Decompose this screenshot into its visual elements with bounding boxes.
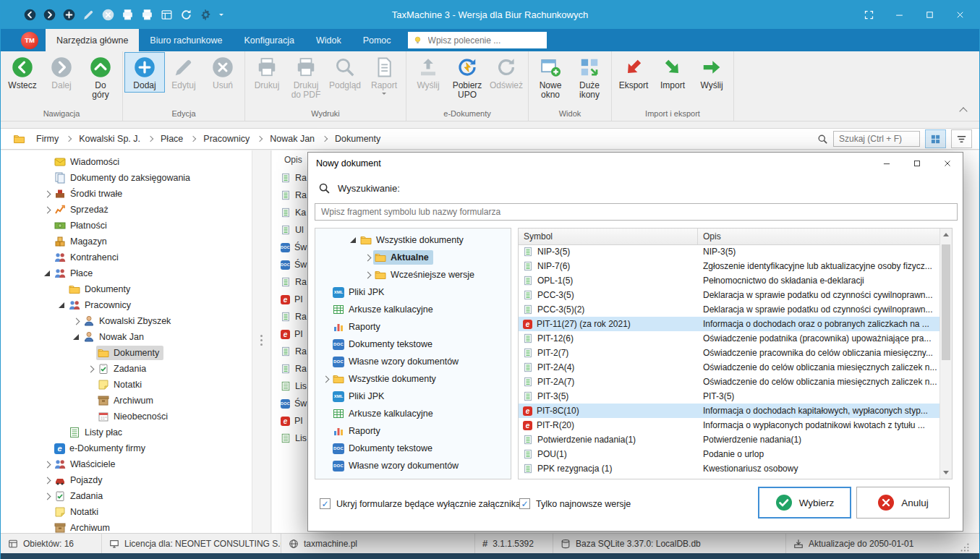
chevron-right-icon[interactable] [364,271,371,278]
sidebar-item-pojazdy[interactable]: Pojazdy [1,472,252,488]
print-icon[interactable] [122,9,134,21]
wyslij-button[interactable]: Wyślij [692,53,731,92]
drukuj-button[interactable]: Drukuj [247,53,286,92]
table-row[interactable]: PIT-12(6)Oświadczenie podatnika (pracown… [519,331,939,346]
maximize-button[interactable] [914,0,945,29]
tree-item-wlasne-wzory-2[interactable]: DOCWłasne wzory dokumentów [315,457,511,474]
dialog-close-button[interactable] [932,153,963,174]
filter-sort-button[interactable] [951,129,972,148]
chevron-right-icon[interactable] [87,365,94,372]
minimize-button[interactable] [884,0,914,29]
sidebar-item-dokumenty-selected[interactable]: Dokumenty [1,345,252,361]
tab-narzedzia-glowne[interactable]: Narzędzia główne [46,29,139,51]
edytuj-button[interactable]: Edytuj [164,53,203,92]
eksport-button[interactable]: Eksport [614,53,653,92]
dalej-button[interactable]: Dalej [42,53,81,92]
table-row[interactable]: NIP-3(5)NIP-3(5) [519,244,939,259]
chevron-expanded-icon[interactable] [44,270,50,276]
sidebar-item-wlasciciele[interactable]: Właściciele [1,456,252,472]
pobierz-upo-button[interactable]: Pobierz UPO [448,53,487,102]
tree-item-arkusze[interactable]: Arkusze kalkulacyjne [315,301,511,318]
sidebar-item-notatki[interactable]: Notatki [1,377,252,393]
table-row[interactable]: PCC-3(5)(2)Deklaracja w sprawie podatku … [519,302,939,317]
preview-icon[interactable] [161,9,173,21]
chevron-expanded-icon[interactable] [59,302,64,308]
settings-dropdown-caret[interactable] [219,14,223,18]
sidebar-item-zadania[interactable]: Zadania [1,361,252,377]
grid-view-button[interactable] [925,129,946,148]
status-website[interactable]: taxmachine.pl [281,534,475,553]
tree-item-wlasne-wzory[interactable]: DOCWłasne wzory dokumentów [315,353,511,370]
delete-icon[interactable] [102,9,114,21]
close-button[interactable] [945,0,975,29]
tree-item-pliki-jpk[interactable]: XMLPliki JPK [315,283,511,301]
sidebar-item-archiwum[interactable]: Archiwum [1,393,252,409]
settings-gear-icon[interactable] [200,9,212,21]
odswiez-button[interactable]: Odśwież [487,53,526,92]
chevron-right-icon[interactable] [322,375,329,383]
sidebar-item-listy-plac[interactable]: Listy płac [1,424,252,440]
chevron-right-icon[interactable] [364,254,371,261]
chevron-right-icon[interactable] [43,206,51,213]
tree-item-wczesniejsze-wersje[interactable]: Wcześniejsze wersje [315,266,511,283]
tree-item-dok-tekstowe-2[interactable]: DOCDokumenty tekstowe [315,440,511,457]
sidebar-item-nieobecnosci[interactable]: Nieobecności [1,409,252,424]
tree-item-raporty-2[interactable]: Raporty [315,422,511,440]
sidebar-item-kowalski-zbyszek[interactable]: Kowalski Zbyszek [1,313,252,329]
search-input[interactable] [838,133,916,145]
crumb-nowak-jan[interactable]: Nowak Jan [270,134,315,144]
table-scrollbar[interactable] [939,229,952,479]
sidebar-item-dokumenty[interactable]: Dokumenty [1,281,252,297]
table-row[interactable]: PIT-2A(4)Oświadczenie do celów obliczani… [519,360,939,375]
table-row[interactable]: Potwierdzenie nadania(1)Potwierdzenie na… [519,432,939,447]
sidebar-item-srodki-trwale[interactable]: Środki trwałe [1,186,252,202]
tab-konfiguracja[interactable]: Konfiguracja [233,29,305,51]
scroll-up-icon[interactable] [940,229,952,241]
crumb-dokumenty[interactable]: Dokumenty [335,134,380,144]
tab-biuro-rachunkowe[interactable]: Biuro rachunkowe [139,29,233,51]
option-latest-versions[interactable]: ✓ Tylko najnowsze wersje [519,498,631,509]
chevron-expanded-icon[interactable] [73,334,79,340]
edit-icon[interactable] [82,9,95,21]
anuluj-button[interactable]: Anuluj [856,487,950,519]
sidebar-item-sprzedaz[interactable]: Sprzedaż [1,202,252,218]
nowe-okno-button[interactable]: Nowe okno [531,53,570,102]
crumb-place[interactable]: Płace [161,134,183,144]
print-pdf-icon[interactable] [141,9,153,21]
tree-item-aktualne[interactable]: Aktualne [315,249,511,266]
command-search-input[interactable] [427,35,542,46]
checkbox-checked[interactable]: ✓ [519,498,530,509]
chevron-right-icon[interactable] [43,190,51,197]
sidebar-item-place[interactable]: Płace [1,265,252,281]
column-header-opis[interactable]: Opis [698,229,952,244]
sidebar-item-archiwum-firmy[interactable]: Archiwum [1,520,252,533]
sidebar-item-pracownicy[interactable]: Pracownicy [1,297,252,313]
table-row[interactable]: PPK rezygnacja (1)Kwestionariusz osobowy [519,461,939,476]
forward-icon[interactable] [43,9,56,21]
table-row[interactable]: PIT-2(7)Oświadczenie pracownika do celów… [519,346,939,360]
table-row[interactable]: OPL-1(5)Pełnomocnictwo do składania e-de… [519,273,939,288]
tree-item-dok-tekstowe[interactable]: DOCDokumenty tekstowe [315,336,511,353]
panel-splitter[interactable] [252,150,271,533]
option-hide-attachments[interactable]: ✓ Ukryj formularze będące wyłącznie załą… [320,498,530,509]
wyslij-edok-button[interactable]: Wyślij [409,53,448,92]
do-gory-button[interactable]: Do góry [81,53,120,102]
table-row[interactable]: NIP-7(6)Zgłoszenie identyfikacyjne lub a… [519,259,939,273]
tab-widok[interactable]: Widok [305,29,352,51]
column-header-symbol[interactable]: Symbol [519,229,698,244]
table-row-selected[interactable]: ePIT-8C(10)Informacja o dochodach kapita… [519,404,939,418]
sidebar-item-magazyn[interactable]: Magazyn [1,234,252,249]
collapse-ribbon-chevron-icon[interactable] [959,107,967,115]
dodaj-button[interactable]: Dodaj [125,53,164,92]
dialog-search-input[interactable] [320,206,953,218]
scrollbar-thumb[interactable] [942,244,950,360]
checkbox-checked[interactable]: ✓ [320,498,331,509]
table-row[interactable]: POU(1)Podanie o urlop [519,447,939,461]
wybierz-button[interactable]: Wybierz [758,487,851,519]
table-row[interactable]: ePIT-R(20)Informacja o wypłaconych podat… [519,418,939,432]
sidebar-item-zadania-firmy[interactable]: Zadania [1,488,252,504]
crumb-pracownicy[interactable]: Pracownicy [203,134,250,144]
table-row-highlighted[interactable]: ePIT-11(27) (za rok 2021)Informacja o do… [519,317,939,331]
refresh-icon[interactable] [180,9,192,21]
add-icon[interactable] [63,9,75,21]
